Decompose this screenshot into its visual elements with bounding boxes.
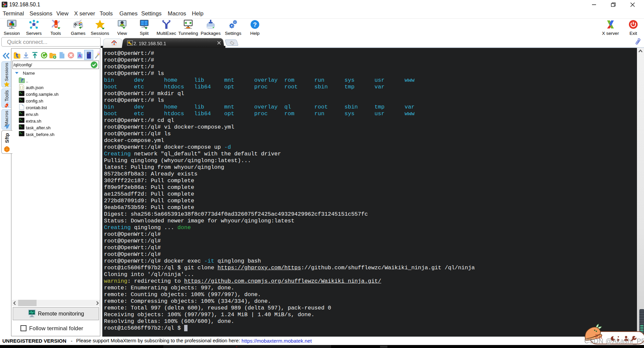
svg-text:?: ? (253, 21, 257, 28)
svg-text:A: A (78, 53, 82, 58)
svg-text:(): () (20, 86, 23, 89)
